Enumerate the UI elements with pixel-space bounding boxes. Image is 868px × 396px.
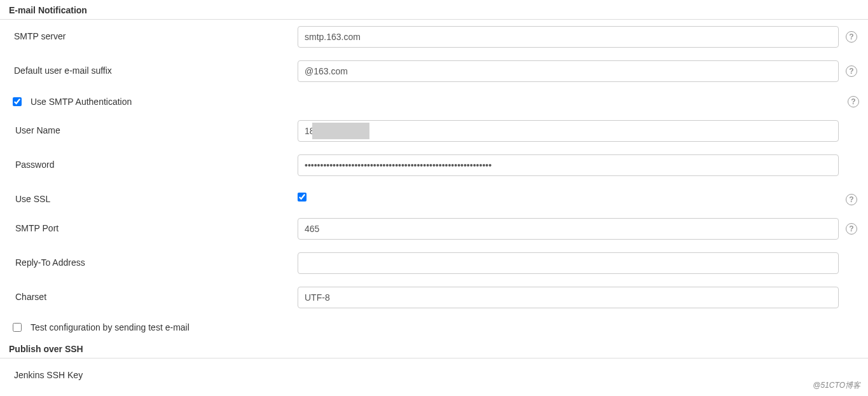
input-default-suffix[interactable]	[298, 60, 839, 82]
input-smtp-server[interactable]	[298, 26, 839, 48]
label-smtp-server: SMTP server	[9, 26, 298, 41]
input-password[interactable]	[298, 154, 839, 176]
row-use-smtp-auth: Use SMTP Authentication ?	[9, 88, 859, 114]
label-default-suffix: Default user e-mail suffix	[9, 60, 298, 76]
input-reply-to[interactable]	[298, 252, 839, 274]
help-icon[interactable]: ?	[846, 194, 857, 205]
watermark: @51CTO博客	[813, 380, 860, 386]
row-test-config: Test configuration by sending test e-mai…	[9, 315, 859, 339]
label-use-ssl: Use SSL	[9, 189, 298, 204]
section-publish-ssh-header: Publish over SSH	[0, 339, 868, 358]
row-ssh-key: Jenkins SSH Key	[9, 358, 859, 386]
label-user-name: User Name	[9, 120, 298, 135]
label-reply-to: Reply-To Address	[9, 252, 298, 268]
section-email-notification-header: E-mail Notification	[0, 0, 868, 20]
email-notification-form: SMTP server ? Default user e-mail suffix…	[0, 20, 868, 339]
input-smtp-port[interactable]	[298, 218, 839, 240]
row-default-suffix: Default user e-mail suffix ?	[9, 54, 859, 88]
checkbox-use-ssl[interactable]	[298, 193, 307, 201]
publish-ssh-form: Jenkins SSH Key	[0, 358, 868, 386]
label-use-smtp-auth: Use SMTP Authentication	[31, 97, 132, 107]
help-icon[interactable]: ?	[846, 31, 857, 43]
row-password: Password	[9, 148, 859, 182]
row-smtp-port: SMTP Port ?	[9, 212, 859, 246]
row-charset: Charset	[9, 280, 859, 315]
input-charset[interactable]	[298, 287, 839, 308]
row-user-name: User Name	[9, 114, 859, 148]
help-icon[interactable]: ?	[848, 96, 859, 107]
help-icon[interactable]: ?	[846, 223, 857, 235]
label-test-config: Test configuration by sending test e-mai…	[31, 322, 189, 332]
label-charset: Charset	[9, 287, 298, 302]
row-use-ssl: Use SSL ?	[9, 182, 859, 212]
checkbox-test-config[interactable]	[13, 323, 22, 332]
row-smtp-server: SMTP server ?	[9, 20, 859, 54]
label-smtp-port: SMTP Port	[9, 218, 298, 233]
label-ssh-key: Jenkins SSH Key	[9, 365, 298, 380]
input-user-name[interactable]	[298, 120, 839, 142]
checkbox-use-smtp-auth[interactable]	[13, 97, 22, 106]
help-icon[interactable]: ?	[846, 65, 857, 77]
label-password: Password	[9, 154, 298, 170]
row-reply-to: Reply-To Address	[9, 246, 859, 280]
